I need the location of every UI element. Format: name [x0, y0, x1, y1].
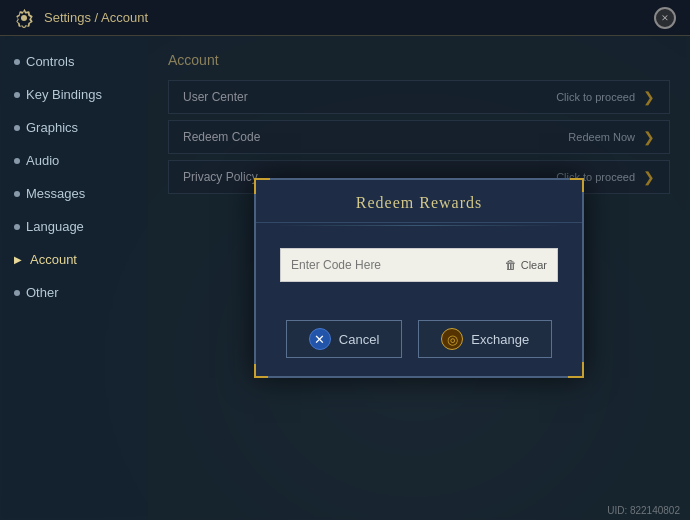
sidebar-item-keybindings[interactable]: Key Bindings — [14, 87, 134, 102]
main-content: Controls Key Bindings Graphics Audio Mes… — [0, 36, 690, 520]
sidebar-label-other: Other — [26, 285, 59, 300]
bullet-icon — [14, 224, 20, 230]
sidebar-item-graphics[interactable]: Graphics — [14, 120, 134, 135]
sidebar-label-messages: Messages — [26, 186, 85, 201]
exchange-label: Exchange — [471, 332, 529, 347]
sidebar-label-audio: Audio — [26, 153, 59, 168]
bullet-icon — [14, 191, 20, 197]
dialog-header: Redeem Rewards — [256, 180, 582, 223]
sidebar-label-keybindings: Key Bindings — [26, 87, 102, 102]
sidebar-item-messages[interactable]: Messages — [14, 186, 134, 201]
gear-icon — [14, 8, 34, 28]
dialog-divider — [276, 225, 562, 226]
exchange-button[interactable]: ◎ Exchange — [418, 320, 552, 358]
sidebar-item-audio[interactable]: Audio — [14, 153, 134, 168]
sidebar-label-account: Account — [30, 252, 77, 267]
sidebar: Controls Key Bindings Graphics Audio Mes… — [0, 36, 148, 520]
exchange-icon: ◎ — [441, 328, 463, 350]
sidebar-label-language: Language — [26, 219, 84, 234]
clear-button[interactable]: 🗑 Clear — [505, 258, 547, 272]
trash-icon: 🗑 — [505, 258, 517, 272]
clear-label: Clear — [521, 259, 547, 271]
sidebar-label-graphics: Graphics — [26, 120, 78, 135]
cancel-icon: ✕ — [309, 328, 331, 350]
cancel-label: Cancel — [339, 332, 379, 347]
sidebar-item-controls[interactable]: Controls — [14, 54, 134, 69]
sidebar-item-language[interactable]: Language — [14, 219, 134, 234]
header-title: Settings / Account — [44, 10, 148, 25]
corner-decoration-bl — [254, 364, 268, 378]
arrow-icon: ▶ — [14, 254, 22, 265]
cancel-button[interactable]: ✕ Cancel — [286, 320, 402, 358]
bullet-icon — [14, 125, 20, 131]
settings-panel: Settings / Account × Controls Key Bindin… — [0, 0, 690, 520]
dialog-footer: ✕ Cancel ◎ Exchange — [256, 312, 582, 376]
dialog-overlay: Redeem Rewards 🗑 Clear — [148, 36, 690, 520]
corner-decoration-tr — [570, 178, 584, 192]
bullet-icon — [14, 92, 20, 98]
close-button[interactable]: × — [654, 7, 676, 29]
bullet-icon — [14, 158, 20, 164]
right-panel: Account User Center Click to proceed ❯ R… — [148, 36, 690, 520]
code-input-row: 🗑 Clear — [280, 248, 558, 282]
redeem-dialog: Redeem Rewards 🗑 Clear — [254, 178, 584, 378]
sidebar-item-other[interactable]: Other — [14, 285, 134, 300]
bullet-icon — [14, 59, 20, 65]
uid-display: UID: 822140802 — [607, 505, 680, 516]
dialog-body: 🗑 Clear — [256, 228, 582, 312]
code-input[interactable] — [291, 258, 505, 272]
sidebar-item-account[interactable]: ▶ Account — [14, 252, 134, 267]
header: Settings / Account × — [0, 0, 690, 36]
bullet-icon — [14, 290, 20, 296]
dialog-title: Redeem Rewards — [276, 194, 562, 212]
sidebar-label-controls: Controls — [26, 54, 74, 69]
